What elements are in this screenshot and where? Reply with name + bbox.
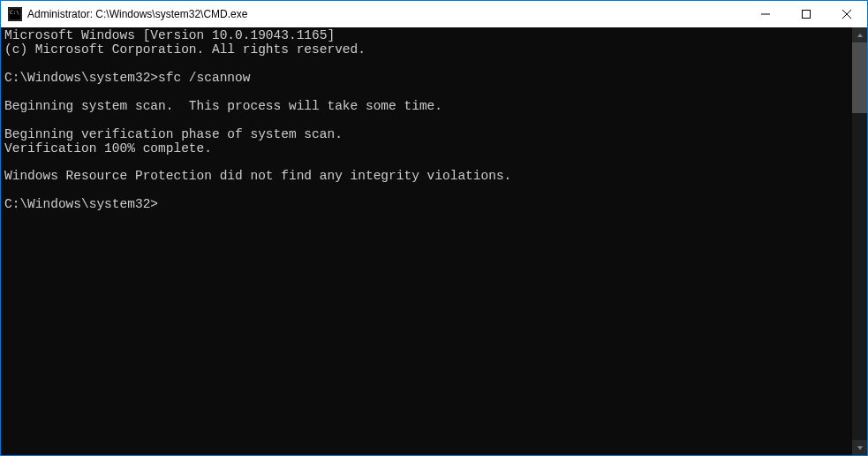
minimize-button[interactable] xyxy=(745,1,786,27)
prompt-path: C:\Windows\system32> xyxy=(4,197,158,211)
terminal-area: Microsoft Windows [Version 10.0.19043.11… xyxy=(1,27,867,455)
svg-marker-8 xyxy=(857,446,863,450)
scrollbar-track[interactable] xyxy=(852,42,867,440)
maximize-button[interactable] xyxy=(786,1,826,27)
scroll-up-button[interactable] xyxy=(852,27,867,42)
svg-marker-7 xyxy=(857,34,863,37)
terminal-content[interactable]: Microsoft Windows [Version 10.0.19043.11… xyxy=(1,27,852,455)
prompt-path: C:\Windows\system32> xyxy=(4,71,158,85)
scrollbar-thumb[interactable] xyxy=(852,42,867,113)
terminal-line: (c) Microsoft Corporation. All rights re… xyxy=(4,42,366,57)
terminal-line: Verification 100% complete. xyxy=(4,141,212,156)
terminal-line: Windows Resource Protection did not find… xyxy=(4,169,511,183)
window-title: Administrator: C:\Windows\system32\CMD.e… xyxy=(27,8,745,20)
vertical-scrollbar[interactable] xyxy=(852,27,867,455)
window-controls xyxy=(745,1,867,27)
cmd-icon: C:\ xyxy=(8,7,22,21)
titlebar[interactable]: C:\ Administrator: C:\Windows\system32\C… xyxy=(1,1,867,27)
close-button[interactable] xyxy=(826,1,867,27)
cmd-window: C:\ Administrator: C:\Windows\system32\C… xyxy=(0,0,868,456)
scroll-down-button[interactable] xyxy=(852,440,867,455)
svg-text:C:\: C:\ xyxy=(10,9,19,15)
command-text: sfc /scannow xyxy=(158,71,250,85)
terminal-line: Beginning system scan. This process will… xyxy=(4,99,442,113)
svg-rect-4 xyxy=(803,11,811,19)
terminal-line: Beginning verification phase of system s… xyxy=(4,127,343,141)
terminal-line: Microsoft Windows [Version 10.0.19043.11… xyxy=(4,28,335,42)
